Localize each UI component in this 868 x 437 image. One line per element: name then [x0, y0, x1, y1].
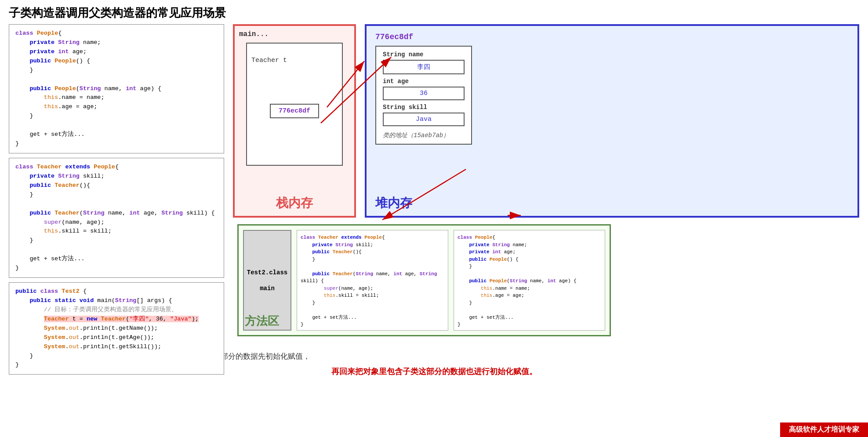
heap-object: String name 李四 int age 36 String skill J…	[375, 46, 472, 145]
stack-label: 栈内存	[276, 195, 313, 211]
method-area-box: Test2.class main class Teacher extends P…	[237, 224, 611, 336]
stack-memory: main... Teacher t 776ec8df 栈内存	[233, 24, 356, 218]
stack-title: main...	[239, 30, 350, 38]
teacher-t-label: Teacher t	[251, 57, 287, 64]
method-teacher-code: class Teacher extends People{ private St…	[297, 230, 448, 331]
teacher-code-box: class Teacher extends People{ private St…	[9, 158, 224, 278]
test2-class-label: Test2.class	[247, 269, 287, 276]
heap-addr: 776ec8df	[375, 33, 849, 41]
method-area-label: 方法区	[245, 313, 279, 329]
bottom-diagram: Test2.class main class Teacher extends P…	[233, 224, 859, 343]
heap-field-name-val: 李四	[383, 60, 465, 74]
heap-field-skill-label: String skill	[383, 104, 465, 111]
stack-ref-value: 776ec8df	[270, 104, 319, 118]
heap-field-age-val: 36	[383, 87, 465, 100]
heap-class-addr: 类的地址（15aeb7ab）	[383, 131, 465, 139]
heap-field-skill-val: Java	[383, 113, 465, 126]
mid-right-area: main... Teacher t 776ec8df 栈内存 776ec8df …	[233, 24, 859, 345]
stack-inner-box: Teacher t 776ec8df	[246, 43, 343, 166]
people-code-box: class People{ private String name; priva…	[9, 24, 224, 153]
test2-code-box: public class Test2 { public static void …	[9, 282, 224, 375]
heap-label: 堆内存	[375, 195, 412, 211]
method-people-code: class People{ private String name; priva…	[454, 230, 605, 331]
top-diagram: main... Teacher t 776ec8df 栈内存 776ec8df …	[233, 24, 859, 218]
footer: 高级软件人才培训专家	[780, 422, 868, 437]
heap-field-name-label: String name	[383, 51, 465, 58]
main-label: main	[260, 285, 275, 292]
page-title: 子类构造器调用父类构造器的常见应用场景	[0, 0, 868, 24]
heap-memory: 776ec8df String name 李四 int age 36 Strin…	[365, 24, 859, 218]
heap-field-age-label: int age	[383, 78, 465, 85]
left-column: class People{ private String name; priva…	[9, 24, 224, 345]
